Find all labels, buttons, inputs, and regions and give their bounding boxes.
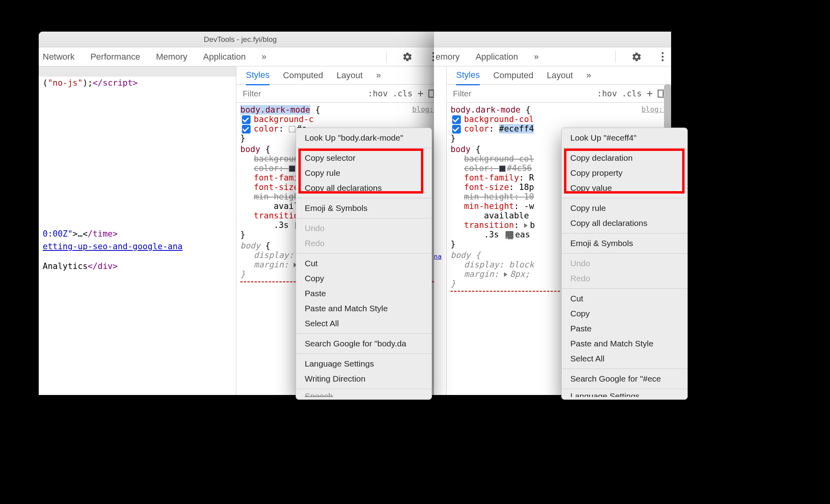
menu-item-speech-trunc[interactable]: Spooch xyxy=(296,391,432,397)
css-selector[interactable]: body xyxy=(451,250,471,260)
menu-item-emoji[interactable]: Emoji & Symbols xyxy=(562,236,687,251)
decl-enable-checkbox[interactable] xyxy=(452,125,461,134)
menu-item-copy-rule[interactable]: Copy rule xyxy=(562,201,687,216)
menu-item-paste[interactable]: Paste xyxy=(296,286,432,301)
tab-layout[interactable]: Layout xyxy=(547,70,573,81)
settings-gear-icon[interactable] xyxy=(402,52,413,62)
tab-styles[interactable]: Styles xyxy=(456,70,480,85)
styles-filter-bar: :hov .cls + xyxy=(447,85,671,103)
menu-item-emoji[interactable]: Emoji & Symbols xyxy=(296,201,432,216)
code-line: etting-up-seo-and-google-ana xyxy=(39,240,236,253)
code-line: ("no-js");</script> xyxy=(39,77,236,89)
menu-item-cut[interactable]: Cut xyxy=(296,256,432,271)
styles-tabs: Styles Computed Layout » xyxy=(236,66,442,85)
menu-item-search-google[interactable]: Search Google for "body.da xyxy=(296,336,432,351)
context-menu-value: Look Up "#eceff4" Copy declaration Copy … xyxy=(561,128,688,400)
tab-styles[interactable]: Styles xyxy=(246,70,270,85)
tabs-overflow-icon[interactable]: » xyxy=(262,52,266,62)
menu-item-cut[interactable]: Cut xyxy=(562,291,687,306)
tab-computed[interactable]: Computed xyxy=(493,70,534,81)
styles-filter-bar: :hov .cls + xyxy=(236,85,442,103)
window-titlebar: DevTools - jec.fyi/blog xyxy=(39,32,442,47)
menu-item-lookup[interactable]: Look Up "body.dark-mode" xyxy=(296,130,432,145)
menu-item-search-google[interactable]: Search Google for "#ece xyxy=(562,371,687,386)
code-line: Analytics</div> xyxy=(39,260,236,273)
menu-item-copy-value[interactable]: Copy value xyxy=(562,181,687,196)
color-swatch-icon[interactable] xyxy=(289,165,295,172)
menu-item-select-all[interactable]: Select All xyxy=(562,351,687,366)
menu-item-select-all[interactable]: Select All xyxy=(296,316,432,331)
window-title: DevTools - jec.fyi/blog xyxy=(204,35,277,44)
styles-filter-input[interactable] xyxy=(452,88,511,99)
menu-item-copy[interactable]: Copy xyxy=(562,306,687,321)
easing-icon[interactable] xyxy=(506,231,513,239)
elements-code-pane[interactable]: ("no-js");</script> 0:00Z">…</time> etti… xyxy=(39,66,236,395)
code-line: 0:00Z">…</time> xyxy=(39,228,236,240)
source-link[interactable]: etting-up-seo-and-google-ana xyxy=(43,242,183,251)
elements-pane-sliver: na xyxy=(434,66,447,395)
rule-source-link[interactable]: blog:1 xyxy=(641,105,667,113)
toolbar-separator xyxy=(615,51,616,63)
color-swatch-icon[interactable] xyxy=(289,126,295,132)
css-selector[interactable]: body xyxy=(240,241,260,250)
color-swatch-icon[interactable] xyxy=(499,165,506,172)
menu-item-copy-selector[interactable]: Copy selector xyxy=(296,150,432,165)
more-menu-icon[interactable] xyxy=(658,52,667,61)
tabs-overflow-icon[interactable]: » xyxy=(534,52,539,62)
hov-toggle[interactable]: :hov xyxy=(597,89,617,98)
tab-layout[interactable]: Layout xyxy=(336,70,362,81)
menu-item-paste[interactable]: Paste xyxy=(562,321,687,336)
code-line xyxy=(39,66,236,77)
menu-item-copy-rule[interactable]: Copy rule xyxy=(296,165,432,181)
menu-item-lookup[interactable]: Look Up "#eceff4" xyxy=(562,130,687,145)
menu-item-paste-match[interactable]: Paste and Match Style xyxy=(296,301,432,316)
source-link[interactable]: na xyxy=(434,253,441,260)
css-selector[interactable]: body xyxy=(451,145,471,154)
expand-icon[interactable] xyxy=(504,272,507,277)
menu-item-copy-all-declarations[interactable]: Copy all declarations xyxy=(296,181,432,196)
cls-toggle[interactable]: .cls xyxy=(622,89,642,98)
tab-application[interactable]: Application xyxy=(203,52,246,62)
menu-item-paste-match[interactable]: Paste and Match Style xyxy=(562,336,687,351)
tab-performance[interactable]: Performance xyxy=(91,52,140,62)
menu-item-undo[interactable]: Undo xyxy=(562,256,687,271)
styles-tabs-overflow-icon[interactable]: » xyxy=(587,70,591,81)
menu-item-copy-property[interactable]: Copy property xyxy=(562,165,687,181)
menu-item-copy-all-declarations[interactable]: Copy all declarations xyxy=(562,216,687,231)
decl-enable-checkbox[interactable] xyxy=(242,125,251,134)
toolbar-separator xyxy=(386,51,387,63)
styles-tabs-overflow-icon[interactable]: » xyxy=(376,70,381,81)
decl-enable-checkbox[interactable] xyxy=(242,115,251,124)
menu-item-language-settings[interactable]: Language Settings xyxy=(296,356,432,371)
menu-item-language-settings[interactable]: Language Settings xyxy=(562,391,687,397)
tab-network[interactable]: Network xyxy=(43,52,75,62)
new-rule-button[interactable]: + xyxy=(417,88,424,99)
tab-computed[interactable]: Computed xyxy=(283,70,323,81)
tab-memory-trunc[interactable]: emory xyxy=(436,52,460,62)
devtools-top-tabs: Network Performance Memory Application » xyxy=(39,47,442,66)
css-selector[interactable]: body.dark-mode xyxy=(240,105,310,115)
context-menu-selector: Look Up "body.dark-mode" Copy selector C… xyxy=(296,128,432,400)
decl-enable-checkbox[interactable] xyxy=(452,115,461,124)
css-declaration[interactable]: background-c xyxy=(240,115,438,124)
menu-item-undo[interactable]: Undo xyxy=(296,221,432,236)
hov-toggle[interactable]: :hov xyxy=(368,89,388,98)
menu-item-copy-declaration[interactable]: Copy declaration xyxy=(562,150,687,165)
devtools-top-tabs: emory Application » xyxy=(434,47,671,66)
menu-item-redo[interactable]: Redo xyxy=(562,271,687,286)
css-selector[interactable]: body xyxy=(240,145,260,154)
menu-item-redo[interactable]: Redo xyxy=(296,236,432,251)
menu-item-writing-direction[interactable]: Writing Direction xyxy=(296,371,432,386)
settings-gear-icon[interactable] xyxy=(632,52,642,62)
tab-application[interactable]: Application xyxy=(475,52,518,62)
styles-tabs: Styles Computed Layout » xyxy=(447,66,671,85)
expand-icon[interactable] xyxy=(524,223,528,228)
tab-memory[interactable]: Memory xyxy=(156,52,187,62)
css-selector[interactable]: body.dark-mode xyxy=(451,105,521,115)
styles-filter-input[interactable] xyxy=(242,88,301,99)
new-rule-button[interactable]: + xyxy=(647,88,653,99)
css-declaration[interactable]: background-col xyxy=(451,115,667,124)
cls-toggle[interactable]: .cls xyxy=(392,89,413,98)
window-titlebar xyxy=(434,32,671,47)
menu-item-copy[interactable]: Copy xyxy=(296,271,432,286)
